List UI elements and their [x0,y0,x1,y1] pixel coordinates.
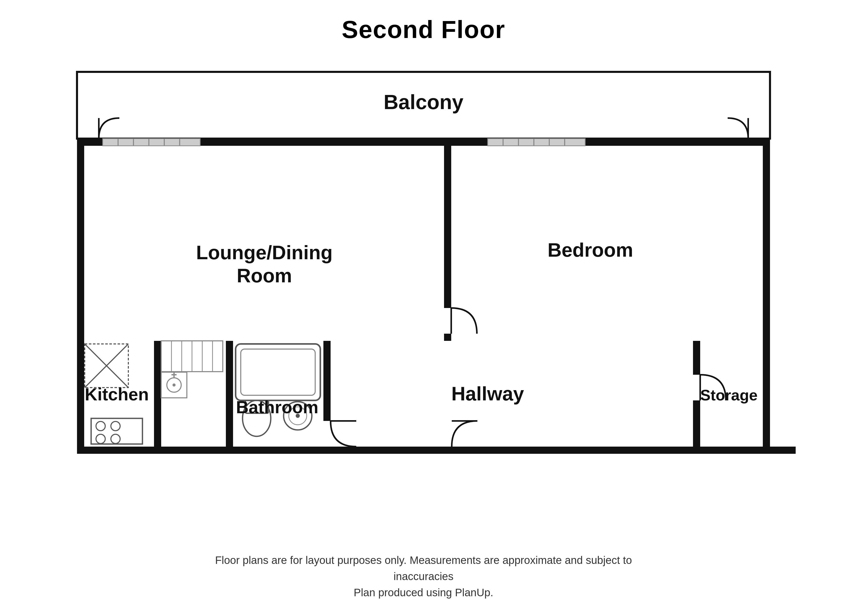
svg-rect-26 [103,139,200,146]
svg-rect-32 [488,139,585,146]
svg-rect-8 [763,139,770,454]
svg-rect-17 [452,447,559,454]
svg-rect-18 [590,447,770,454]
svg-text:Storage: Storage [700,387,757,404]
svg-rect-38 [444,308,451,334]
svg-rect-25 [161,341,226,447]
svg-text:Bathroom: Bathroom [236,397,318,417]
svg-text:Balcony: Balcony [384,91,463,114]
svg-text:Bedroom: Bedroom [547,239,633,261]
svg-text:Lounge/Dining: Lounge/Dining [196,242,333,263]
page-title: Second Floor [0,0,847,44]
svg-rect-12 [154,334,161,454]
svg-rect-43 [323,421,331,447]
disclaimer-line1: Floor plans are for layout purposes only… [215,554,632,566]
svg-text:Room: Room [237,264,292,287]
svg-point-61 [173,384,176,387]
disclaimer-line3: Plan produced using PlanUp. [354,586,493,598]
svg-rect-16 [77,447,426,454]
svg-rect-13 [226,334,233,454]
svg-text:Hallway: Hallway [451,383,524,405]
disclaimer-line2: inaccuracies [394,570,453,582]
svg-text:Kitchen: Kitchen [85,384,149,404]
svg-rect-40 [693,375,700,400]
svg-rect-7 [77,139,84,454]
floorplan: Balcony [51,51,796,539]
disclaimer: Floor plans are for layout purposes only… [0,552,847,601]
